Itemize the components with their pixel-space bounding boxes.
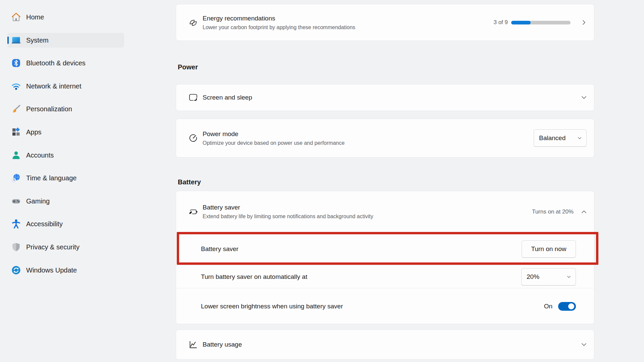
chevron-down-icon[interactable] <box>581 94 587 101</box>
turn-on-now-label: Turn on now <box>531 245 567 253</box>
sidebar-item-personalization[interactable]: Personalization <box>7 102 124 116</box>
energy-progress-label: 3 of 9 <box>493 19 508 26</box>
battery-saver-status: Turns on at 20% <box>532 208 574 215</box>
energy-recommendations-title: Energy recommendations <box>203 14 493 22</box>
sidebar-item-privacy[interactable]: Privacy & security <box>7 240 124 254</box>
accounts-icon <box>11 150 21 160</box>
screen-and-sleep-card[interactable]: Screen and sleep <box>176 84 594 111</box>
home-icon <box>11 12 21 22</box>
power-mode-title: Power mode <box>203 130 534 138</box>
network-icon <box>11 81 21 91</box>
gaming-icon <box>11 196 21 206</box>
battery-saver-icon <box>188 207 198 217</box>
turn-on-now-button[interactable]: Turn on now <box>522 240 576 258</box>
sidebar-item-label: Accounts <box>26 152 54 159</box>
energy-progress-fill <box>511 21 531 24</box>
battery-saver-auto-row: Turn battery saver on automatically at 2… <box>176 265 594 288</box>
sidebar-item-label: Home <box>26 13 44 21</box>
battery-saver-auto-value: 20% <box>527 273 539 281</box>
screen-and-sleep-title: Screen and sleep <box>203 94 581 102</box>
power-mode-card: Power mode Optimize your device based on… <box>176 119 594 158</box>
battery-saver-auto-dropdown[interactable]: 20% <box>521 268 576 286</box>
battery-usage-icon <box>188 340 198 350</box>
chevron-up-icon[interactable] <box>581 208 587 215</box>
accessibility-icon <box>11 219 21 229</box>
sidebar-item-label: Personalization <box>26 105 72 113</box>
sidebar-item-label: Time & language <box>26 174 76 182</box>
battery-section-header: Battery <box>178 178 201 186</box>
sidebar-item-bluetooth[interactable]: Bluetooth & devices <box>7 56 124 70</box>
power-mode-icon <box>188 133 198 143</box>
sidebar-item-label: Gaming <box>26 197 50 205</box>
battery-usage-card[interactable]: Battery usage <box>176 329 594 360</box>
sidebar-item-accounts[interactable]: Accounts <box>7 148 124 163</box>
energy-recommendations-card[interactable]: Energy recommendations Lower your carbon… <box>176 4 594 41</box>
chevron-down-icon <box>567 275 571 279</box>
sidebar-item-label: Accessibility <box>26 220 63 228</box>
battery-saver-auto-label: Turn battery saver on automatically at <box>201 273 521 281</box>
power-mode-dropdown[interactable]: Balanced <box>534 129 587 147</box>
brightness-row-label: Lower screen brightness when using batte… <box>201 303 544 310</box>
toggle-state-label: On <box>544 303 552 310</box>
power-mode-dropdown-value: Balanced <box>539 134 566 142</box>
sidebar-item-network[interactable]: Network & internet <box>7 79 124 94</box>
battery-saver-card: Battery saver Extend battery life by lim… <box>176 191 594 324</box>
screen-and-sleep-icon <box>188 93 198 103</box>
battery-saver-subtitle: Extend battery life by limiting some not… <box>203 213 532 220</box>
battery-saver-expander-header[interactable]: Battery saver Extend battery life by lim… <box>176 191 594 232</box>
sidebar-item-windows-update[interactable]: Windows Update <box>7 263 124 278</box>
power-section-header: Power <box>178 63 198 71</box>
power-mode-subtitle: Optimize your device based on power use … <box>203 140 534 146</box>
sidebar-item-gaming[interactable]: Gaming <box>7 194 124 208</box>
settings-window: Home System Bluetooth & devices <box>0 0 644 362</box>
time-language-icon <box>11 173 21 183</box>
energy-recommendations-icon <box>188 17 198 27</box>
bluetooth-icon <box>11 58 21 68</box>
sidebar: Home System Bluetooth & devices <box>0 0 144 362</box>
chevron-down-icon <box>577 136 582 140</box>
privacy-icon <box>11 242 21 252</box>
battery-saver-row-label: Battery saver <box>201 245 522 253</box>
selected-accent-bar <box>7 37 9 44</box>
sidebar-item-apps[interactable]: Apps <box>7 125 124 139</box>
battery-saver-title: Battery saver <box>203 203 532 212</box>
energy-recommendations-subtitle: Lower your carbon footprint by applying … <box>203 24 493 31</box>
sidebar-item-accessibility[interactable]: Accessibility <box>7 217 124 231</box>
brightness-toggle[interactable] <box>558 302 576 311</box>
battery-saver-row: Battery saver Turn on now <box>176 232 594 265</box>
sidebar-item-label: Windows Update <box>26 266 77 274</box>
sidebar-item-home[interactable]: Home <box>7 10 124 24</box>
system-icon <box>11 35 21 45</box>
chevron-down-icon[interactable] <box>581 341 587 348</box>
sidebar-item-label: Network & internet <box>26 82 82 90</box>
toggle-knob <box>568 303 574 309</box>
sidebar-item-label: Apps <box>26 128 42 136</box>
brightness-row: Lower screen brightness when using batte… <box>176 288 594 324</box>
sidebar-item-time-language[interactable]: Time & language <box>7 171 124 185</box>
apps-icon <box>11 127 21 137</box>
sidebar-item-label: Bluetooth & devices <box>26 59 86 67</box>
sidebar-item-label: Privacy & security <box>26 243 79 251</box>
energy-progress-bar <box>511 21 571 24</box>
personalization-icon <box>11 104 21 114</box>
battery-usage-title: Battery usage <box>203 341 581 349</box>
sidebar-item-label: System <box>26 37 49 44</box>
chevron-right-icon[interactable] <box>581 19 587 26</box>
sidebar-item-system[interactable]: System <box>7 33 124 48</box>
windows-update-icon <box>11 265 21 275</box>
